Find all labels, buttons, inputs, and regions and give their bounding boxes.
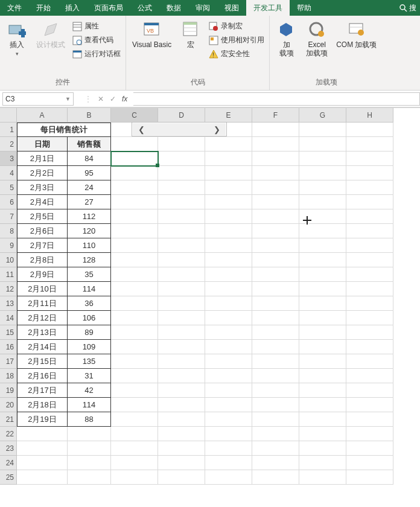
spreadsheet-grid[interactable]: ABCDEFGH1每日销售统计2日期销售额32月1日8442月2日9552月3日…: [0, 107, 420, 485]
cell[interactable]: [205, 311, 252, 325]
date-cell[interactable]: 2月11日: [17, 296, 68, 311]
cell[interactable]: [111, 166, 158, 180]
sales-cell[interactable]: 109: [68, 340, 111, 354]
row-header[interactable]: 6: [0, 195, 17, 209]
row-header[interactable]: 14: [0, 311, 17, 325]
cell[interactable]: [252, 166, 299, 180]
cell[interactable]: [158, 340, 205, 354]
select-all-corner[interactable]: [0, 108, 17, 123]
cell[interactable]: [252, 427, 299, 441]
sales-cell[interactable]: 114: [68, 398, 111, 412]
name-box[interactable]: C3 ▼: [2, 92, 74, 106]
cell[interactable]: [111, 354, 158, 369]
cancel-icon[interactable]: ✕: [98, 95, 104, 103]
cell[interactable]: [299, 282, 346, 296]
column-header[interactable]: A: [17, 108, 68, 123]
cell[interactable]: [111, 456, 158, 470]
tab-6[interactable]: 审阅: [188, 0, 217, 16]
date-cell[interactable]: 2月5日: [17, 209, 68, 224]
sales-cell[interactable]: 24: [68, 180, 111, 195]
row-header[interactable]: 13: [0, 296, 17, 311]
sales-cell[interactable]: 42: [68, 383, 111, 398]
row-header[interactable]: 12: [0, 282, 17, 296]
cell[interactable]: [17, 456, 68, 470]
header-date[interactable]: 日期: [17, 137, 68, 151]
cell[interactable]: [111, 137, 158, 151]
cell[interactable]: [299, 311, 346, 325]
cell[interactable]: [205, 398, 252, 412]
cell[interactable]: [158, 354, 205, 369]
search-button[interactable]: 搜: [395, 0, 420, 16]
date-cell[interactable]: 2月3日: [17, 180, 68, 195]
cell[interactable]: [111, 412, 158, 427]
row-header[interactable]: 23: [0, 441, 17, 456]
sales-cell[interactable]: 114: [68, 282, 111, 296]
macro-security-button[interactable]: ! 宏安全性: [208, 48, 266, 60]
date-cell[interactable]: 2月10日: [17, 282, 68, 296]
cell[interactable]: [158, 456, 205, 470]
date-cell[interactable]: 2月16日: [17, 369, 68, 383]
cell[interactable]: [205, 238, 252, 253]
cell[interactable]: [158, 224, 205, 238]
macro-button[interactable]: 宏: [177, 18, 204, 49]
cell[interactable]: [205, 296, 252, 311]
cell[interactable]: [205, 137, 252, 151]
cell[interactable]: [252, 238, 299, 253]
date-cell[interactable]: 2月12日: [17, 311, 68, 325]
cell[interactable]: [68, 456, 111, 470]
cell[interactable]: [346, 296, 393, 311]
cell[interactable]: [346, 282, 393, 296]
relative-ref-button[interactable]: 使用相对引用: [208, 34, 266, 46]
cell[interactable]: [346, 311, 393, 325]
sales-cell[interactable]: 110: [68, 238, 111, 253]
cell[interactable]: [299, 325, 346, 340]
cell[interactable]: [346, 456, 393, 470]
sales-cell[interactable]: 84: [68, 151, 111, 166]
cell[interactable]: [299, 267, 346, 282]
cell[interactable]: [205, 427, 252, 441]
row-header[interactable]: 4: [0, 166, 17, 180]
cell[interactable]: [299, 180, 346, 195]
row-header[interactable]: 17: [0, 354, 17, 369]
tab-9[interactable]: 帮助: [290, 0, 319, 16]
row-header[interactable]: 16: [0, 340, 17, 354]
fx-icon[interactable]: fx: [122, 95, 127, 103]
cell[interactable]: [205, 224, 252, 238]
row-header[interactable]: 8: [0, 224, 17, 238]
cell[interactable]: [205, 195, 252, 209]
cell[interactable]: [252, 282, 299, 296]
cell[interactable]: [158, 151, 205, 166]
cell[interactable]: [299, 296, 346, 311]
cell[interactable]: [252, 224, 299, 238]
cell[interactable]: [252, 456, 299, 470]
column-header[interactable]: D: [158, 108, 205, 123]
cell[interactable]: [111, 398, 158, 412]
sales-cell[interactable]: 120: [68, 224, 111, 238]
cell[interactable]: [299, 441, 346, 456]
cell[interactable]: [252, 209, 299, 224]
record-macro-button[interactable]: 录制宏: [208, 21, 266, 32]
cell[interactable]: [346, 412, 393, 427]
cell[interactable]: [111, 441, 158, 456]
row-header[interactable]: 9: [0, 238, 17, 253]
cell[interactable]: [205, 412, 252, 427]
cell[interactable]: [158, 166, 205, 180]
cell[interactable]: [346, 325, 393, 340]
cell[interactable]: [158, 470, 205, 485]
cell[interactable]: [299, 354, 346, 369]
cell[interactable]: [158, 253, 205, 267]
cell[interactable]: [346, 398, 393, 412]
cell[interactable]: [111, 195, 158, 209]
column-header[interactable]: H: [346, 108, 393, 123]
cell[interactable]: [158, 195, 205, 209]
cell[interactable]: [111, 238, 158, 253]
cell[interactable]: [205, 253, 252, 267]
cell[interactable]: [17, 441, 68, 456]
cell[interactable]: [252, 441, 299, 456]
cell[interactable]: [346, 195, 393, 209]
cell[interactable]: [299, 456, 346, 470]
date-cell[interactable]: 2月7日: [17, 238, 68, 253]
cell[interactable]: [346, 470, 393, 485]
cell[interactable]: [252, 151, 299, 166]
date-cell[interactable]: 2月1日: [17, 151, 68, 166]
